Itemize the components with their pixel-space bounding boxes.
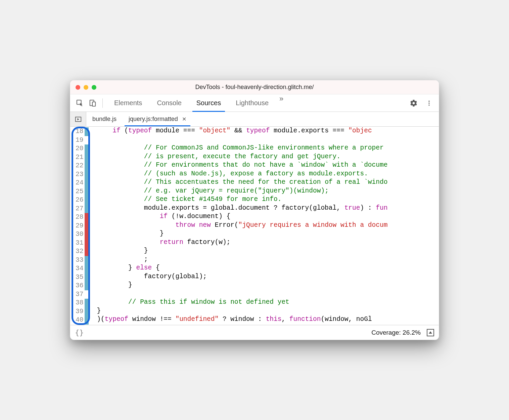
maximize-window-button[interactable]: [92, 85, 96, 90]
traffic-lights: [76, 85, 96, 90]
tab-lighthouse[interactable]: Lighthouse: [228, 94, 276, 112]
svg-rect-2: [92, 102, 95, 106]
tab-sources[interactable]: Sources: [189, 94, 228, 112]
more-tabs-button[interactable]: »: [276, 94, 287, 112]
svg-point-5: [428, 104, 429, 106]
coverage-label: Coverage: 26.2%: [371, 329, 421, 336]
gutter: 1819202122232425262728293031323334353637…: [70, 127, 91, 325]
file-tabs: bundle.js jquery.js:formatted ✕: [70, 112, 439, 127]
svg-point-3: [428, 100, 429, 101]
settings-icon[interactable]: [408, 97, 419, 109]
svg-point-4: [428, 102, 429, 103]
file-tab-bundle[interactable]: bundle.js: [86, 112, 123, 126]
code-content[interactable]: if (typeof module === "object" && typeof…: [91, 127, 439, 325]
minimize-window-button[interactable]: [84, 85, 88, 90]
toolbar-separator: [102, 98, 103, 108]
navigator-toggle-icon[interactable]: [70, 112, 86, 126]
tab-console[interactable]: Console: [149, 94, 189, 112]
kebab-menu-icon[interactable]: [423, 97, 435, 109]
coverage-column: [85, 127, 89, 325]
close-tab-icon[interactable]: ✕: [182, 116, 186, 122]
scroll-top-icon[interactable]: [427, 329, 434, 336]
file-tab-jquery[interactable]: jquery.js:formatted ✕: [123, 112, 192, 126]
file-tab-label: bundle.js: [92, 116, 117, 123]
tab-elements[interactable]: Elements: [107, 94, 149, 112]
inspect-element-icon[interactable]: [74, 97, 86, 109]
close-window-button[interactable]: [76, 85, 80, 90]
window-title: DevTools - foul-heavenly-direction.glitc…: [195, 84, 314, 91]
titlebar: DevTools - foul-heavenly-direction.glitc…: [70, 80, 439, 94]
main-toolbar: Elements Console Sources Lighthouse »: [70, 94, 439, 112]
device-toggle-icon[interactable]: [87, 97, 98, 109]
devtools-window: DevTools - foul-heavenly-direction.glitc…: [70, 80, 439, 340]
line-numbers: 1819202122232425262728293031323334353637…: [72, 127, 85, 325]
file-tab-label: jquery.js:formatted: [129, 116, 178, 123]
status-bar: {} Coverage: 26.2%: [70, 325, 439, 340]
pretty-print-icon[interactable]: {}: [75, 328, 84, 337]
main-tabs: Elements Console Sources Lighthouse »: [107, 94, 407, 112]
code-editor[interactable]: 1819202122232425262728293031323334353637…: [70, 127, 439, 325]
